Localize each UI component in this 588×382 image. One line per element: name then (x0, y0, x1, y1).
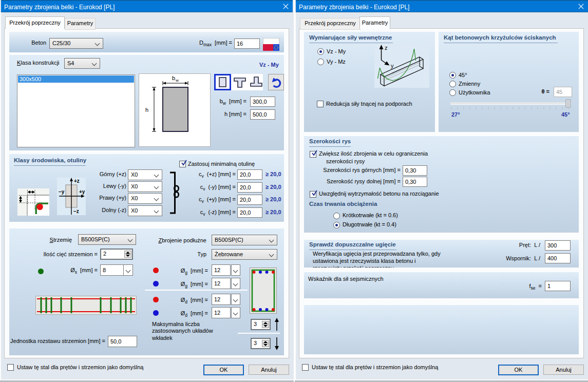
svg-text:+y: +y (79, 189, 85, 195)
svg-text:z: z (385, 45, 388, 51)
svg-text:h: h (145, 107, 148, 113)
svg-text:+z: +z (74, 178, 80, 184)
svg-text:−z: −z (73, 208, 79, 214)
svg-text:y: y (391, 63, 394, 69)
svg-text:−y: −y (59, 189, 65, 195)
svg-text:w: w (175, 78, 179, 83)
svg-text:b: b (172, 75, 175, 81)
